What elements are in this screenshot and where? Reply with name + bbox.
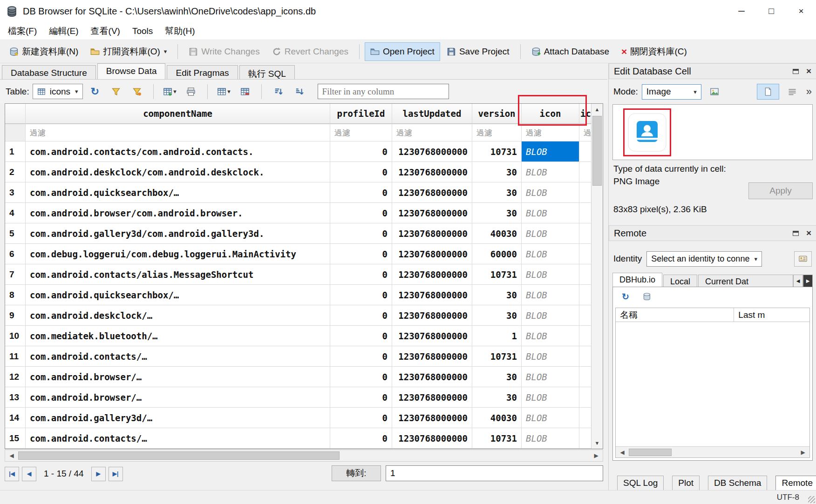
- cell-profileId[interactable]: 0: [330, 223, 392, 243]
- cell-partial[interactable]: [579, 326, 592, 346]
- tab-sql-log[interactable]: SQL Log: [617, 476, 664, 491]
- cell-partial[interactable]: [579, 141, 592, 161]
- column-header-version[interactable]: version: [472, 104, 522, 124]
- minimize-button[interactable]: ─: [727, 0, 756, 22]
- cell-lastUpdated[interactable]: 1230768000000: [392, 326, 472, 346]
- insert-row-button[interactable]: ▾: [215, 83, 233, 100]
- tab-scroll-right-button[interactable]: ▶: [803, 275, 813, 287]
- cell-partial[interactable]: [579, 346, 592, 366]
- remote-horizontal-scrollbar[interactable]: ◀ ▶: [616, 446, 809, 457]
- row-number[interactable]: 9: [5, 305, 26, 325]
- menu-help[interactable]: 幫助(H): [159, 22, 201, 40]
- float-panel-icon[interactable]: [793, 231, 799, 236]
- refresh-button[interactable]: ↻: [86, 83, 104, 100]
- close-panel-icon[interactable]: ×: [806, 228, 811, 238]
- cell-profileId[interactable]: 0: [330, 203, 392, 223]
- new-database-button[interactable]: 新建資料庫(N): [4, 42, 84, 61]
- cell-version[interactable]: 60000: [472, 244, 522, 264]
- cell-icon[interactable]: BLOB: [522, 285, 579, 305]
- cell-version[interactable]: 10731: [472, 141, 522, 161]
- cell-profileId[interactable]: 0: [330, 182, 392, 202]
- cell-partial[interactable]: [579, 223, 592, 243]
- menu-edit[interactable]: 編輯(E): [43, 22, 84, 40]
- scroll-down-icon[interactable]: ▼: [592, 437, 603, 449]
- row-number[interactable]: 10: [5, 326, 26, 346]
- cell-componentName[interactable]: com.android.contacts/…: [26, 428, 330, 448]
- row-number[interactable]: 4: [5, 203, 26, 223]
- filter-profileId[interactable]: 過濾: [330, 124, 392, 141]
- write-changes-button[interactable]: Write Changes: [183, 42, 265, 61]
- cell-profileId[interactable]: 0: [330, 367, 392, 387]
- cell-profileId[interactable]: 0: [330, 162, 392, 182]
- cell-version[interactable]: 30: [472, 367, 522, 387]
- column-header-lastUpdated[interactable]: lastUpdated: [392, 104, 472, 124]
- row-number[interactable]: 13: [5, 387, 26, 407]
- filter-partial[interactable]: 過濾: [579, 124, 592, 141]
- tab-edit-pragmas[interactable]: Edit Pragmas: [167, 65, 238, 79]
- cell-version[interactable]: 30: [472, 162, 522, 182]
- cell-componentName[interactable]: com.android.browser/…: [26, 367, 330, 387]
- cell-icon[interactable]: BLOB: [522, 367, 579, 387]
- scroll-up-icon[interactable]: ▲: [592, 104, 603, 115]
- cell-partial[interactable]: [579, 162, 592, 182]
- cell-lastUpdated[interactable]: 1230768000000: [392, 141, 472, 161]
- scroll-left-icon[interactable]: ◀: [5, 452, 18, 459]
- remote-column-last-modified[interactable]: Last m: [734, 308, 809, 322]
- float-panel-icon[interactable]: [793, 69, 799, 74]
- attach-database-button[interactable]: Attach Database: [526, 42, 615, 61]
- save-filter-button[interactable]: [128, 83, 146, 100]
- cell-profileId[interactable]: 0: [330, 264, 392, 284]
- cell-version[interactable]: 40030: [472, 223, 522, 243]
- filter-input[interactable]: [318, 84, 449, 99]
- new-record-button[interactable]: ▾: [161, 83, 179, 100]
- cell-componentName[interactable]: com.android.deskclock/com.android.deskcl…: [26, 162, 330, 182]
- tab-remote[interactable]: Remote: [775, 476, 816, 491]
- menu-tools[interactable]: Tools: [126, 23, 159, 40]
- tab-local[interactable]: Local: [663, 275, 697, 287]
- row-number[interactable]: 8: [5, 285, 26, 305]
- cell-partial[interactable]: [579, 244, 592, 264]
- cell-profileId[interactable]: 0: [330, 408, 392, 428]
- tab-plot[interactable]: Plot: [672, 476, 700, 491]
- tab-scroll-left-button[interactable]: ◀: [793, 275, 803, 287]
- cell-componentName[interactable]: com.android.browser/com.android.browser.: [26, 203, 330, 223]
- cell-componentName[interactable]: com.android.contacts/com.android.contact…: [26, 141, 330, 161]
- cell-icon[interactable]: BLOB: [522, 141, 579, 161]
- cell-version[interactable]: 30: [472, 203, 522, 223]
- row-number[interactable]: 6: [5, 244, 26, 264]
- resize-gr[interactable]: [808, 496, 815, 503]
- row-number[interactable]: 15: [5, 428, 26, 448]
- cell-lastUpdated[interactable]: 1230768000000: [392, 387, 472, 407]
- filter-icon[interactable]: 過濾: [522, 124, 579, 141]
- cell-lastUpdated[interactable]: 1230768000000: [392, 264, 472, 284]
- cell-lastUpdated[interactable]: 1230768000000: [392, 162, 472, 182]
- cell-lastUpdated[interactable]: 1230768000000: [392, 203, 472, 223]
- filter-version[interactable]: 過濾: [472, 124, 522, 141]
- cell-partial[interactable]: [579, 203, 592, 223]
- cell-componentName[interactable]: com.android.gallery3d/…: [26, 408, 330, 428]
- row-number[interactable]: 11: [5, 346, 26, 366]
- clear-filters-button[interactable]: [107, 83, 125, 100]
- cell-lastUpdated[interactable]: 1230768000000: [392, 223, 472, 243]
- cell-profileId[interactable]: 0: [330, 387, 392, 407]
- revert-changes-button[interactable]: Revert Changes: [266, 42, 354, 61]
- tab-browse-data[interactable]: Browse Data: [97, 63, 166, 79]
- cell-profileId[interactable]: 0: [330, 141, 392, 161]
- cell-profileId[interactable]: 0: [330, 285, 392, 305]
- row-number[interactable]: 5: [5, 223, 26, 243]
- cell-lastUpdated[interactable]: 1230768000000: [392, 305, 472, 325]
- cell-icon[interactable]: BLOB: [522, 264, 579, 284]
- delete-record-button[interactable]: [236, 83, 254, 100]
- goto-input[interactable]: [386, 465, 603, 481]
- cell-lastUpdated[interactable]: 1230768000000: [392, 182, 472, 202]
- manage-identities-button[interactable]: [794, 251, 812, 267]
- cell-partial[interactable]: [579, 367, 592, 387]
- cell-profileId[interactable]: 0: [330, 326, 392, 346]
- row-number[interactable]: 7: [5, 264, 26, 284]
- cell-componentName[interactable]: com.android.browser/…: [26, 387, 330, 407]
- cell-version[interactable]: 30: [472, 285, 522, 305]
- filter-lastUpdated[interactable]: 過濾: [392, 124, 472, 141]
- cell-partial[interactable]: [579, 182, 592, 202]
- cell-version[interactable]: 10731: [472, 264, 522, 284]
- cell-version[interactable]: 1: [472, 326, 522, 346]
